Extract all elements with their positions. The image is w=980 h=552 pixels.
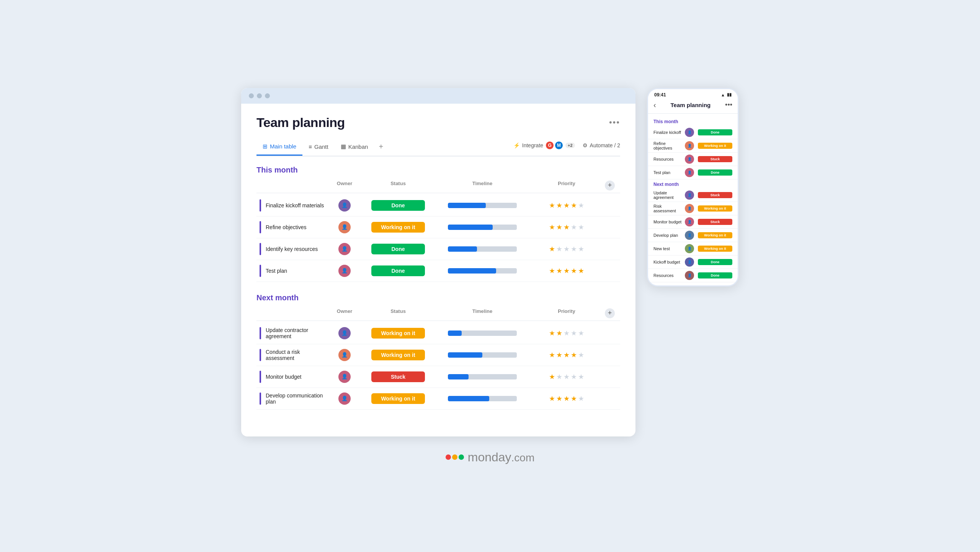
star-4: ★: [571, 394, 577, 403]
phone-status[interactable]: Working on it: [698, 205, 732, 212]
status-badge[interactable]: Stuck: [371, 371, 425, 382]
task-border: [260, 371, 261, 383]
col-task: [256, 181, 329, 191]
task-cell: Refine objectives: [256, 219, 329, 236]
timeline-cell: [436, 374, 528, 379]
phone-status[interactable]: Stuck: [698, 219, 732, 225]
phone-back-button[interactable]: ‹: [653, 101, 656, 109]
phone-title: Team planning: [671, 102, 711, 108]
phone-body: This month Finalize kickoff 👤 Done Refin…: [648, 114, 738, 285]
phone-row: Kickoff budget 👤 Done: [648, 256, 738, 269]
col-timeline: Timeline: [436, 308, 528, 318]
window-dot-3: [265, 93, 270, 98]
priority-cell: ★ ★ ★ ★ ★: [528, 223, 605, 231]
timeline-bar-fill: [448, 203, 486, 208]
timeline-bar-fill: [448, 396, 489, 401]
owner-cell: 👤: [329, 349, 360, 361]
add-column-this-month[interactable]: +: [605, 181, 615, 191]
timeline-bar-bg: [448, 203, 517, 208]
add-column-next-month[interactable]: +: [605, 308, 615, 318]
status-badge[interactable]: Working on it: [371, 350, 425, 360]
phone-status[interactable]: Done: [698, 272, 732, 278]
timeline-cell: [436, 268, 528, 274]
status-cell[interactable]: Working on it: [360, 222, 436, 233]
task-border: [260, 392, 261, 405]
status-badge[interactable]: Done: [371, 244, 425, 254]
star-3: ★: [564, 373, 570, 381]
avatar: 👤: [338, 392, 351, 405]
status-cell[interactable]: Stuck: [360, 371, 436, 382]
status-badge[interactable]: Done: [371, 265, 425, 276]
col-owner: Owner: [329, 181, 360, 191]
star-4: ★: [571, 373, 577, 381]
phone-status[interactable]: Working on it: [698, 143, 732, 149]
phone-status[interactable]: Working on it: [698, 246, 732, 252]
priority-cell: ★ ★ ★ ★ ★: [528, 201, 605, 210]
task-cell: Finalize kickoff materials: [256, 197, 329, 214]
phone-section-next-month: Next month: [648, 179, 738, 189]
star-2: ★: [556, 329, 562, 337]
timeline-bar-fill: [448, 374, 469, 379]
task-border: [260, 265, 261, 277]
star-4: ★: [571, 329, 577, 337]
star-2: ★: [556, 245, 562, 253]
priority-cell: ★ ★ ★ ★ ★: [528, 245, 605, 253]
status-badge[interactable]: Working on it: [371, 393, 425, 404]
task-cell: Test plan: [256, 262, 329, 279]
tab-kanban[interactable]: ▦ Kanban: [335, 140, 374, 155]
phone-menu-button[interactable]: •••: [725, 101, 732, 109]
table-row: Finalize kickoff materials 👤 Done: [256, 195, 620, 217]
status-cell[interactable]: Done: [360, 265, 436, 276]
status-badge[interactable]: Working on it: [371, 328, 425, 339]
task-cell: Update contractor agreement: [256, 325, 329, 342]
star-5: ★: [578, 201, 584, 210]
owner-cell: 👤: [329, 243, 360, 255]
phone-status[interactable]: Stuck: [698, 156, 732, 162]
star-4: ★: [571, 201, 577, 210]
tab-main-table[interactable]: ⊞ Main table: [256, 140, 302, 156]
col-status: Status: [360, 181, 436, 191]
task-cell: Conduct a risk assessment: [256, 347, 329, 363]
task-border: [260, 243, 261, 255]
add-tab-button[interactable]: +: [374, 139, 388, 156]
phone-status[interactable]: Working on it: [698, 232, 732, 238]
integrate-button[interactable]: ⚡ Integrate G M +2: [513, 141, 575, 150]
table-row: Test plan 👤 Done ★ ★: [256, 260, 620, 282]
phone-row: Update agreement 👤 Stuck: [648, 189, 738, 202]
status-cell[interactable]: Working on it: [360, 350, 436, 360]
status-cell[interactable]: Working on it: [360, 328, 436, 339]
phone-avatar: 👤: [685, 244, 694, 253]
status-badge[interactable]: Working on it: [371, 222, 425, 233]
phone-avatar: 👤: [685, 204, 694, 213]
phone-status[interactable]: Done: [698, 259, 732, 265]
star-5: ★: [578, 329, 584, 337]
phone-section-this-month: This month: [648, 117, 738, 126]
star-2: ★: [556, 373, 562, 381]
col-timeline: Timeline: [436, 181, 528, 191]
timeline-bar-fill: [448, 246, 477, 252]
section-title-next-month: Next month: [256, 293, 620, 302]
table-row: Update contractor agreement 👤 Working on…: [256, 322, 620, 344]
status-cell[interactable]: Done: [360, 244, 436, 254]
status-cell[interactable]: Done: [360, 200, 436, 211]
timeline-bar-bg: [448, 246, 517, 252]
table-icon: ⊞: [263, 143, 268, 150]
phone-status[interactable]: Done: [698, 129, 732, 135]
timeline-cell: [436, 225, 528, 230]
table-header-this-month: Owner Status Timeline Priority +: [256, 179, 620, 193]
tab-gantt[interactable]: ≡ Gantt: [302, 140, 334, 155]
task-cell: Develop communication plan: [256, 390, 329, 407]
more-menu-button[interactable]: •••: [609, 117, 620, 127]
phone-status[interactable]: Done: [698, 169, 732, 176]
star-1: ★: [549, 394, 555, 403]
phone-status[interactable]: Stuck: [698, 192, 732, 198]
priority-cell: ★ ★ ★ ★ ★: [528, 351, 605, 359]
phone-status-icons: ▲ ▮▮: [721, 92, 732, 97]
status-badge[interactable]: Done: [371, 200, 425, 211]
automate-button[interactable]: ⚙ Automate / 2: [583, 142, 620, 148]
phone-status-bar: 09:41 ▲ ▮▮: [648, 89, 738, 99]
phone-row: Resources 👤 Done: [648, 269, 738, 282]
automate-icon: ⚙: [583, 142, 588, 148]
status-cell[interactable]: Working on it: [360, 393, 436, 404]
star-2: ★: [556, 351, 562, 359]
